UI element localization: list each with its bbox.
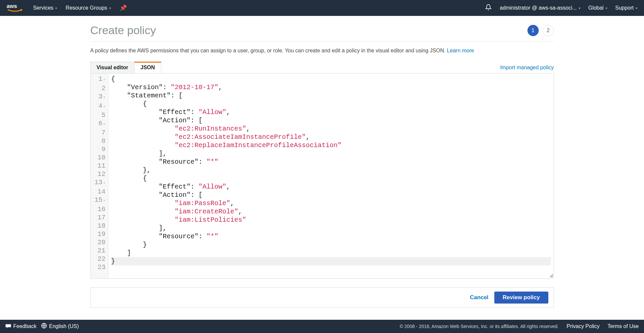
cancel-button[interactable]: Cancel <box>470 294 488 301</box>
support-menu[interactable]: Support ▾ <box>615 5 637 11</box>
language-selector[interactable]: English (US) <box>41 323 79 330</box>
bell-icon <box>485 4 492 12</box>
action-bar: Cancel Review policy <box>90 287 554 308</box>
page-title: Create policy <box>90 24 156 37</box>
review-policy-button[interactable]: Review policy <box>494 292 548 304</box>
account-menu[interactable]: administrator @ aws-sa-associ... ▾ <box>500 5 580 11</box>
tab-json[interactable]: JSON <box>134 62 161 74</box>
tab-visual-editor[interactable]: Visual editor <box>90 62 135 74</box>
footer: Feedback English (US) © 2008 - 2018, Ama… <box>0 320 644 333</box>
privacy-policy-link[interactable]: Privacy Policy <box>567 323 600 329</box>
intro-text: A policy defines the AWS permissions tha… <box>90 48 554 54</box>
services-menu[interactable]: Services ▾ <box>33 5 57 11</box>
pin-shortcut[interactable]: 📌 <box>120 4 127 12</box>
notifications-button[interactable] <box>485 4 492 12</box>
support-label: Support <box>615 5 634 11</box>
account-label: administrator @ aws-sa-associ... <box>500 5 576 11</box>
step-indicator: 1 2 <box>527 25 554 36</box>
region-label: Global <box>588 5 604 11</box>
chevron-down-icon: ▾ <box>55 6 57 10</box>
tabs-row: Visual editor JSON Import managed policy <box>90 62 554 74</box>
json-editor[interactable]: 1▾23▾4▾56▾78910111213▾1415▾1617181920212… <box>90 73 554 279</box>
terms-of-use-link[interactable]: Terms of Use <box>608 323 639 329</box>
copyright-text: © 2008 - 2018, Amazon Web Services, Inc.… <box>400 324 559 329</box>
top-navigation: aws Services ▾ Resource Groups ▾ 📌 admin… <box>0 0 644 16</box>
chat-icon <box>5 323 11 330</box>
aws-logo[interactable]: aws <box>7 3 23 13</box>
learn-more-link[interactable]: Learn more <box>447 48 474 53</box>
feedback-link[interactable]: Feedback <box>5 323 36 330</box>
region-menu[interactable]: Global ▾ <box>588 5 607 11</box>
main-content: Create policy 1 2 A policy defines the A… <box>0 16 644 320</box>
import-managed-policy-link[interactable]: Import managed policy <box>500 65 554 71</box>
page-header: Create policy 1 2 <box>90 24 554 42</box>
globe-icon <box>41 323 47 330</box>
services-label: Services <box>33 5 53 11</box>
intro-body: A policy defines the AWS permissions tha… <box>90 48 447 53</box>
chevron-down-icon: ▾ <box>579 6 580 10</box>
pin-icon: 📌 <box>120 4 127 12</box>
svg-text:aws: aws <box>7 3 17 9</box>
feedback-label: Feedback <box>13 323 36 329</box>
resource-groups-label: Resource Groups <box>66 5 107 11</box>
step-2[interactable]: 2 <box>543 25 554 36</box>
chevron-down-icon: ▾ <box>606 6 607 10</box>
chevron-down-icon: ▾ <box>636 6 637 10</box>
resize-grip-icon[interactable]: ◢ <box>549 272 553 278</box>
resource-groups-menu[interactable]: Resource Groups ▾ <box>66 5 111 11</box>
code-area[interactable]: { "Version": "2012-10-17", "Statement": … <box>109 74 554 278</box>
step-1[interactable]: 1 <box>527 25 539 36</box>
editor-tabs: Visual editor JSON <box>90 62 161 74</box>
chevron-down-icon: ▾ <box>109 6 111 10</box>
line-number-gutter: 1▾23▾4▾56▾78910111213▾1415▾1617181920212… <box>91 74 109 278</box>
language-label: English (US) <box>49 323 79 329</box>
